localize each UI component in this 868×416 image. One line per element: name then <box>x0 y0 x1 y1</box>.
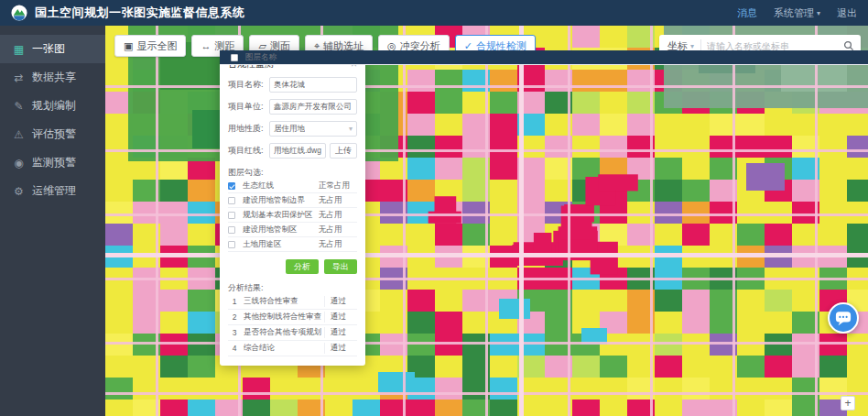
project-name-input[interactable]: 奥体花城 <box>269 77 357 93</box>
result-item: 三线符合性审查 <box>241 296 324 307</box>
layer-result: 无占用 <box>319 239 357 250</box>
field-label: 项目红线: <box>228 145 269 157</box>
layer-name: 规划基本农田保护区 <box>243 210 319 221</box>
layer-name: 土地用途区 <box>243 239 319 250</box>
top-header: 国土空间规划一张图实施监督信息系统 消息 系统管理 ▾ 退出 <box>0 0 868 26</box>
redline-file-input[interactable]: 用地红线.dwg <box>269 143 326 159</box>
layer-row: 土地用途区无占用 <box>228 237 357 252</box>
sidebar-item-ops-manage[interactable]: ⚙运维管理 <box>0 177 105 205</box>
layer-row: 建设用地管制区无占用 <box>228 223 357 237</box>
monitor-icon: ◉ <box>12 157 26 170</box>
layer-checkbox[interactable] <box>228 197 235 204</box>
app-title: 国土空间规划一张图实施监督信息系统 <box>35 5 245 21</box>
sidebar-item-plan-compile[interactable]: ✎规划编制 <box>0 92 105 120</box>
field-row: 用地性质:居住用地▾ <box>228 121 357 137</box>
layer-row: 生态红线正常占用 <box>228 179 357 193</box>
result-number: 3 <box>228 328 241 337</box>
layer-result: 无占用 <box>319 224 357 235</box>
result-item: 综合结论 <box>241 343 324 354</box>
field-row: 项目名称:奥体花城 <box>228 77 357 93</box>
analyze-button[interactable]: 分析 <box>286 259 319 274</box>
sidebar-item-monitor-warning[interactable]: ◉监测预警 <box>0 148 105 177</box>
edit-icon: ✎ <box>12 100 26 113</box>
layers-table: 图层名称分析结果生态红线正常占用建设用地管制边界无占用规划基本农田保护区无占用建… <box>228 179 357 252</box>
results-section-label: 分析结果: <box>228 282 357 294</box>
layers-header-row: 图层名称分析结果 <box>220 50 868 65</box>
chevron-down-icon: ▾ <box>690 42 694 50</box>
sidebar-item-label: 一张图 <box>32 41 65 57</box>
result-row: 3是否符合其他专项规划通过 <box>228 325 357 341</box>
layer-result: 正常占用 <box>319 181 357 192</box>
warning-icon: ⚠ <box>12 128 26 141</box>
field-label: 用地性质: <box>228 123 269 135</box>
field-label: 项目单位: <box>228 101 269 113</box>
upload-button[interactable]: 上传 <box>330 143 357 159</box>
result-row: 4综合结论通过 <box>228 341 357 356</box>
sidebar: ▦一张图⇄数据共享✎规划编制⚠评估预警◉监测预警⚙运维管理 <box>0 26 105 416</box>
results-table: 1三线符合性审查通过2其他控制线符合性审查通过3是否符合其他专项规划通过4综合结… <box>228 294 357 356</box>
layer-checkbox[interactable] <box>228 226 235 234</box>
search-input[interactable] <box>701 41 837 51</box>
field-value: 用地红线.dwg <box>274 146 321 157</box>
tool-button-label: 显示全图 <box>136 39 177 53</box>
layers-section-label: 图层勾选: <box>228 167 357 179</box>
field-value: 居住用地 <box>274 124 305 135</box>
layer-name: 生态红线 <box>243 181 319 192</box>
land-type-select[interactable]: 居住用地▾ <box>269 121 357 137</box>
field-row: 项目单位:鑫源房产开发有限公司 <box>228 99 357 115</box>
share-icon: ⇄ <box>12 71 26 84</box>
layer-result: 无占用 <box>319 210 357 221</box>
app-logo-icon <box>11 5 27 21</box>
result-number: 4 <box>228 344 241 353</box>
layers-header-name: 图层名称 <box>245 52 868 63</box>
sidebar-item-one-map[interactable]: ▦一张图 <box>0 35 105 63</box>
sidebar-item-label: 运维管理 <box>32 183 76 199</box>
select-all-checkbox[interactable] <box>231 54 238 61</box>
result-number: 2 <box>228 312 241 322</box>
compliance-dialog: 合规性监测 × 项目名称:奥体花城项目单位:鑫源房产开发有限公司用地性质:居住用… <box>220 50 365 366</box>
chevron-down-icon: ▾ <box>817 9 820 17</box>
map-icon: ▦ <box>12 43 26 56</box>
layer-name: 建设用地管制边界 <box>243 195 319 206</box>
sidebar-item-label: 评估预警 <box>32 126 76 142</box>
result-value: 通过 <box>324 343 357 354</box>
export-button[interactable]: 导出 <box>324 259 357 274</box>
layer-row: 建设用地管制边界无占用 <box>228 193 357 208</box>
result-row: 2其他控制线符合性审查通过 <box>228 310 357 325</box>
header-nav: 消息 系统管理 ▾ 退出 <box>737 6 857 20</box>
layer-checkbox[interactable] <box>228 212 235 219</box>
layer-result: 无占用 <box>319 195 357 206</box>
result-value: 通过 <box>324 296 357 307</box>
field-label: 项目名称: <box>228 79 269 91</box>
system-menu[interactable]: 系统管理 ▾ <box>774 6 820 20</box>
sidebar-item-eval-warning[interactable]: ⚠评估预警 <box>0 120 105 148</box>
feedback-chat-button[interactable] <box>828 302 859 334</box>
layer-name: 建设用地管制区 <box>243 224 319 235</box>
messages-link[interactable]: 消息 <box>737 6 757 20</box>
system-menu-label: 系统管理 <box>774 6 814 20</box>
result-row: 1三线符合性审查通过 <box>228 294 357 310</box>
layer-checkbox[interactable] <box>228 182 235 190</box>
gear-icon: ⚙ <box>12 185 26 198</box>
sidebar-item-label: 数据共享 <box>32 70 76 85</box>
field-value: 鑫源房产开发有限公司 <box>274 102 352 113</box>
zoom-in-button[interactable]: + <box>841 396 855 411</box>
tool-full-extent-button[interactable]: ▣显示全图 <box>114 35 186 57</box>
dialog-fields: 项目名称:奥体花城项目单位:鑫源房产开发有限公司用地性质:居住用地▾项目红线:用… <box>228 77 357 159</box>
chat-icon <box>835 311 852 326</box>
measure-distance-icon: ↔ <box>201 40 211 51</box>
project-unit-input[interactable]: 鑫源房产开发有限公司 <box>269 99 357 115</box>
result-item: 其他控制线符合性审查 <box>241 312 324 323</box>
field-row: 项目红线:用地红线.dwg上传 <box>228 143 357 159</box>
result-item: 是否符合其他专项规划 <box>241 327 324 338</box>
field-value: 奥体花城 <box>274 80 305 91</box>
dialog-actions: 分析 导出 <box>228 259 357 274</box>
layer-row: 规划基本农田保护区无占用 <box>228 208 357 223</box>
logout-link[interactable]: 退出 <box>837 6 857 20</box>
sidebar-item-data-share[interactable]: ⇄数据共享 <box>0 63 105 92</box>
sidebar-item-label: 监测预警 <box>32 155 76 170</box>
layer-checkbox[interactable] <box>228 241 235 248</box>
result-number: 1 <box>228 297 241 306</box>
result-value: 通过 <box>324 312 357 323</box>
sidebar-item-label: 规划编制 <box>32 98 76 114</box>
